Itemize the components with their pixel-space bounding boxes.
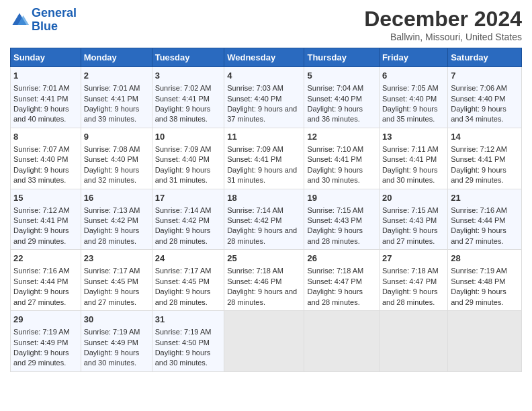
table-row: 21Sunrise: 7:16 AMSunset: 4:44 PMDayligh… [448,189,522,250]
table-row: 28Sunrise: 7:19 AMSunset: 4:48 PMDayligh… [448,250,522,311]
day-number: 14 [451,131,519,143]
table-row: 27Sunrise: 7:18 AMSunset: 4:47 PMDayligh… [379,250,447,311]
day-number: 25 [227,253,301,265]
table-row [304,311,379,372]
sunrise-text: Sunrise: 7:19 AM [13,328,70,336]
day-number: 21 [451,192,519,204]
sunrise-text: Sunrise: 7:07 AM [13,145,70,153]
sunrise-text: Sunrise: 7:18 AM [382,267,439,275]
day-number: 27 [382,253,445,265]
sunrise-text: Sunrise: 7:12 AM [13,206,70,214]
sunrise-text: Sunrise: 7:04 AM [307,84,363,92]
day-number: 3 [155,70,222,82]
day-number: 23 [84,253,149,265]
sunrise-text: Sunrise: 7:05 AM [382,84,439,92]
daylight-text: Daylight: 9 hours and 32 minutes. [84,166,140,184]
table-row: 30Sunrise: 7:19 AMSunset: 4:49 PMDayligh… [81,311,152,372]
day-number: 18 [227,192,301,204]
sunset-text: Sunset: 4:41 PM [451,155,505,163]
sunrise-text: Sunrise: 7:11 AM [382,145,439,153]
calendar-header-row: Sunday Monday Tuesday Wednesday Thursday… [11,48,522,67]
col-sunday: Sunday [11,48,81,67]
title-block: December 2024 Ballwin, Missouri, United … [364,7,522,42]
daylight-text: Daylight: 9 hours and 29 minutes. [13,226,69,244]
table-row: 29Sunrise: 7:19 AMSunset: 4:49 PMDayligh… [11,311,81,372]
sunset-text: Sunset: 4:43 PM [307,216,361,224]
col-thursday: Thursday [304,48,379,67]
sunrise-text: Sunrise: 7:17 AM [84,267,140,275]
sunrise-text: Sunrise: 7:13 AM [84,206,140,214]
calendar-week-row: 8Sunrise: 7:07 AMSunset: 4:40 PMDaylight… [11,128,522,189]
calendar-week-row: 1Sunrise: 7:01 AMSunset: 4:41 PMDaylight… [11,67,522,128]
daylight-text: Daylight: 9 hours and 29 minutes. [13,349,69,367]
table-row: 19Sunrise: 7:15 AMSunset: 4:43 PMDayligh… [304,189,379,250]
table-row: 26Sunrise: 7:18 AMSunset: 4:47 PMDayligh… [304,250,379,311]
sunrise-text: Sunrise: 7:09 AM [155,145,212,153]
sunset-text: Sunset: 4:40 PM [155,155,210,163]
daylight-text: Daylight: 9 hours and 27 minutes. [451,226,506,244]
table-row: 3Sunrise: 7:02 AMSunset: 4:41 PMDaylight… [152,67,224,128]
sunrise-text: Sunrise: 7:19 AM [84,328,140,336]
table-row: 11Sunrise: 7:09 AMSunset: 4:41 PMDayligh… [224,128,304,189]
day-number: 11 [227,131,301,143]
sunrise-text: Sunrise: 7:16 AM [13,267,70,275]
main-title: December 2024 [364,7,522,32]
col-tuesday: Tuesday [152,48,224,67]
sunrise-text: Sunrise: 7:01 AM [84,84,140,92]
day-number: 17 [155,192,222,204]
daylight-text: Daylight: 9 hours and 40 minutes. [13,105,69,123]
daylight-text: Daylight: 9 hours and 30 minutes. [84,349,140,367]
table-row: 4Sunrise: 7:03 AMSunset: 4:40 PMDaylight… [224,67,304,128]
sunset-text: Sunset: 4:41 PM [155,95,210,103]
sunset-text: Sunset: 4:47 PM [307,277,361,285]
sunset-text: Sunset: 4:40 PM [307,95,361,103]
table-row: 10Sunrise: 7:09 AMSunset: 4:40 PMDayligh… [152,128,224,189]
sunset-text: Sunset: 4:47 PM [382,277,437,285]
col-wednesday: Wednesday [224,48,304,67]
daylight-text: Daylight: 9 hours and 28 minutes. [155,287,211,306]
sunrise-text: Sunrise: 7:18 AM [227,267,283,275]
sunset-text: Sunset: 4:41 PM [307,155,361,163]
subtitle: Ballwin, Missouri, United States [364,32,522,42]
table-row: 9Sunrise: 7:08 AMSunset: 4:40 PMDaylight… [81,128,152,189]
day-number: 24 [155,253,222,265]
day-number: 8 [13,131,78,143]
sunset-text: Sunset: 4:41 PM [84,95,138,103]
sunset-text: Sunset: 4:45 PM [155,277,210,285]
table-row: 18Sunrise: 7:14 AMSunset: 4:42 PMDayligh… [224,189,304,250]
col-monday: Monday [81,48,152,67]
daylight-text: Daylight: 9 hours and 27 minutes. [13,287,69,306]
daylight-text: Daylight: 9 hours and 39 minutes. [84,105,140,123]
table-row: 15Sunrise: 7:12 AMSunset: 4:41 PMDayligh… [11,189,81,250]
daylight-text: Daylight: 9 hours and 30 minutes. [382,166,438,184]
sunrise-text: Sunrise: 7:06 AM [451,84,507,92]
sunset-text: Sunset: 4:41 PM [13,95,68,103]
day-number: 30 [84,314,149,326]
daylight-text: Daylight: 9 hours and 28 minutes. [155,226,211,244]
table-row: 22Sunrise: 7:16 AMSunset: 4:44 PMDayligh… [11,250,81,311]
daylight-text: Daylight: 9 hours and 28 minutes. [84,226,140,244]
table-row: 7Sunrise: 7:06 AMSunset: 4:40 PMDaylight… [448,67,522,128]
day-number: 16 [84,192,149,204]
table-row: 6Sunrise: 7:05 AMSunset: 4:40 PMDaylight… [379,67,447,128]
calendar-body: 1Sunrise: 7:01 AMSunset: 4:41 PMDaylight… [11,67,522,372]
sunrise-text: Sunrise: 7:08 AM [84,145,140,153]
day-number: 13 [382,131,445,143]
sunset-text: Sunset: 4:40 PM [227,95,281,103]
col-friday: Friday [379,48,447,67]
calendar-week-row: 15Sunrise: 7:12 AMSunset: 4:41 PMDayligh… [11,189,522,250]
day-number: 10 [155,131,222,143]
sunset-text: Sunset: 4:44 PM [13,277,68,285]
sunrise-text: Sunrise: 7:15 AM [307,206,363,214]
daylight-text: Daylight: 9 hours and 28 minutes. [382,287,438,306]
daylight-text: Daylight: 9 hours and 35 minutes. [382,105,438,123]
logo-icon [10,11,29,30]
logo-line2: Blue [32,19,58,33]
page-header: General Blue December 2024 Ballwin, Miss… [10,7,522,42]
sunset-text: Sunset: 4:42 PM [155,216,210,224]
day-number: 19 [307,192,375,204]
table-row: 23Sunrise: 7:17 AMSunset: 4:45 PMDayligh… [81,250,152,311]
daylight-text: Daylight: 9 hours and 36 minutes. [307,105,363,123]
daylight-text: Daylight: 9 hours and 31 minutes. [227,166,297,184]
day-number: 2 [84,70,149,82]
